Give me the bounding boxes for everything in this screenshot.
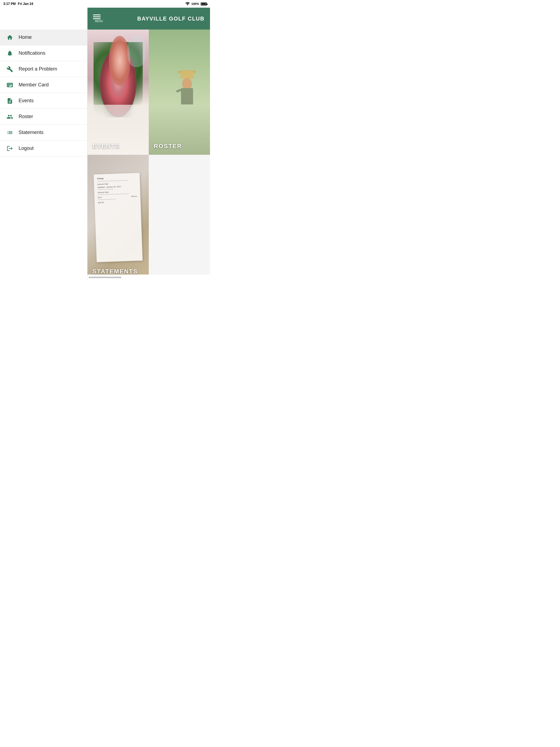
people-icon	[5, 112, 14, 121]
statements-card[interactable]: Charge Amount Paid Updated - January 01,…	[87, 155, 149, 280]
svg-rect-3	[8, 85, 9, 86]
header: MENU BAYVILLE GOLF CLUB	[87, 8, 210, 29]
statements-card-label: STATEMENTS	[93, 268, 138, 275]
sidebar-item-roster[interactable]: Roster	[0, 109, 87, 125]
battery-percentage: 100%	[192, 2, 199, 5]
sidebar-item-statements-label: Statements	[19, 130, 44, 135]
doc-balance-label: Balance	[131, 195, 137, 197]
sidebar-item-logout[interactable]: Logout	[0, 140, 87, 156]
doc-text-updated: Updated - January 01, 2017	[97, 185, 137, 188]
menu-button[interactable]: MENU	[93, 15, 105, 23]
roster-bg-scene	[149, 29, 210, 155]
app-title: BAYVILLE GOLF CLUB	[105, 16, 205, 22]
bell-icon	[5, 49, 14, 58]
sidebar-item-notifications[interactable]: Notifications	[0, 45, 87, 61]
home-icon	[5, 33, 14, 42]
card-icon	[5, 81, 14, 89]
doc-text-charge: Charge	[97, 176, 136, 179]
sidebar-item-statements[interactable]: Statements	[0, 125, 87, 140]
sidebar-item-home[interactable]: Home	[0, 29, 87, 45]
statements-bg-scene: Charge Amount Paid Updated - January 01,…	[87, 155, 149, 280]
logout-icon	[5, 144, 14, 153]
events-card[interactable]: EVENTS	[87, 29, 149, 155]
doc-amounts-row: $0.00 Balance	[98, 195, 137, 198]
doc-text-amount-paid: Amount Paid	[97, 182, 137, 185]
sidebar-item-report-problem[interactable]: Report a Problem	[0, 61, 87, 77]
cards-grid: EVENTS	[87, 29, 210, 280]
sidebar-item-events[interactable]: Events	[0, 93, 87, 109]
date-display: Fri Jan 24	[18, 2, 33, 6]
flower-secondary	[109, 36, 130, 86]
time-display: 3:17 PM	[3, 2, 16, 6]
document-icon	[5, 97, 14, 105]
events-card-bg	[87, 29, 149, 155]
sidebar-item-member-card-label: Member Card	[19, 82, 49, 88]
svg-point-0	[187, 5, 188, 5]
wrench-icon	[5, 65, 14, 74]
events-bg-scene	[87, 29, 149, 155]
hamburger-icon	[93, 15, 101, 19]
events-card-label: EVENTS	[93, 143, 120, 150]
sidebar-item-events-label: Events	[19, 98, 34, 104]
sidebar-item-notifications-label: Notifications	[19, 50, 45, 56]
app-container: Home Notifications Report a Problem	[0, 8, 210, 280]
roster-card[interactable]: ROSTER	[149, 29, 210, 155]
paper-document: Charge Amount Paid Updated - January 01,…	[94, 173, 143, 262]
roster-card-label: ROSTER	[154, 143, 182, 150]
sidebar-logo-area	[0, 8, 87, 29]
sidebar-item-logout-label: Logout	[19, 146, 34, 151]
list-icon	[5, 128, 14, 137]
empty-card	[149, 155, 210, 280]
doc-amount-value: $0.00	[98, 197, 102, 199]
doc-text-amount2: Amount Paid	[98, 190, 137, 193]
menu-label: MENU	[95, 20, 103, 23]
glasses-decor	[127, 36, 146, 67]
sidebar-item-report-label: Report a Problem	[19, 66, 57, 72]
status-bar: 3:17 PM Fri Jan 24 100%	[0, 0, 210, 8]
sidebar-item-roster-label: Roster	[19, 114, 33, 120]
golfer-silhouette	[176, 70, 198, 114]
home-indicator	[88, 277, 121, 278]
doc-balance-value: $15.00	[98, 200, 137, 203]
wifi-icon	[185, 2, 190, 6]
main-content: MENU BAYVILLE GOLF CLUB EVENTS	[87, 8, 210, 280]
sidebar: Home Notifications Report a Problem	[0, 8, 87, 280]
sidebar-item-home-label: Home	[19, 34, 32, 40]
battery-icon	[201, 2, 207, 5]
golfer-container	[167, 29, 207, 155]
sidebar-item-member-card[interactable]: Member Card	[0, 77, 87, 93]
